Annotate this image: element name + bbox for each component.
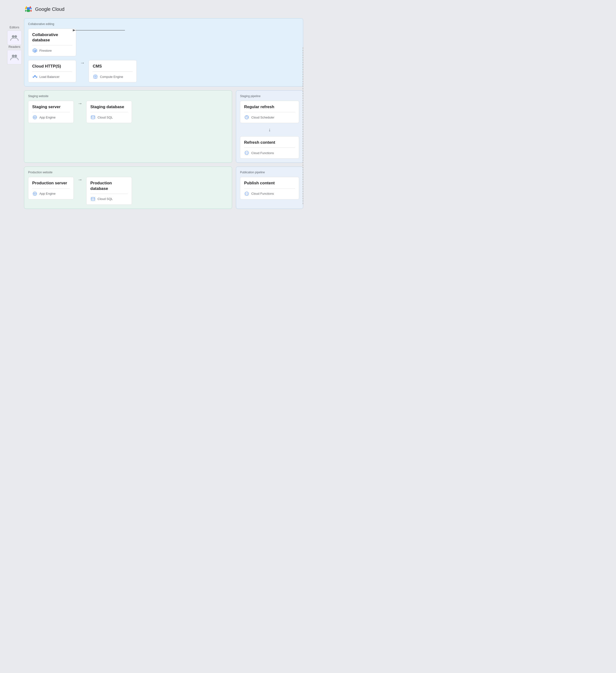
- bottom-row: Production website Production server: [24, 167, 303, 209]
- readers-group: Readers: [7, 45, 22, 64]
- staging-db-card: Staging database Cloud SQL: [86, 101, 132, 123]
- svg-text:{·}: {·}: [246, 192, 248, 195]
- publication-pipeline-label: Publication pipeline: [240, 171, 299, 174]
- compute-engine-icon: [93, 74, 98, 79]
- cloud-sql-staging-icon: [90, 115, 96, 120]
- production-db-service: Cloud SQL: [90, 196, 128, 202]
- editors-people-icon: [10, 33, 19, 42]
- svg-point-0: [12, 35, 14, 38]
- staging-website-label: Staging website: [28, 94, 228, 98]
- content-area: Collaborative editing Collaborative data…: [24, 18, 303, 209]
- production-db-card: Production database Cloud SQL: [86, 177, 132, 205]
- readers-people-icon: [10, 53, 19, 61]
- staging-server-title: Staging server: [32, 104, 70, 112]
- readers-label: Readers: [8, 45, 20, 48]
- app-engine-staging-icon: [32, 115, 37, 120]
- staging-server-card: Staging server App Engi: [28, 101, 74, 123]
- load-balancer-icon: [32, 74, 37, 79]
- mid-row: Staging website Staging server: [24, 90, 303, 163]
- actors-column: Editors Readers: [5, 18, 24, 209]
- staging-db-service: Cloud SQL: [90, 115, 128, 120]
- svg-point-2: [12, 54, 14, 57]
- cloud-scheduler-icon: [244, 115, 249, 120]
- staging-server-to-db-arrow: →: [78, 101, 82, 106]
- svg-point-1: [14, 35, 17, 38]
- publish-content-card: Publish content {·} Cloud Functions: [240, 177, 299, 199]
- google-cloud-logo-icon: [24, 5, 33, 13]
- app-engine-prod-label: App Engine: [39, 192, 55, 195]
- production-db-title: Production database: [90, 181, 128, 194]
- refresh-content-service: {·} Cloud Functions: [244, 150, 295, 156]
- collaborative-db-title: Collaborative database: [32, 32, 72, 45]
- production-cards-row: Production server App Engine: [28, 177, 228, 205]
- cloud-sql-prod-icon: [90, 196, 96, 202]
- cloud-functions-refresh-icon: {·}: [244, 150, 249, 156]
- production-server-title: Production server: [32, 181, 70, 188]
- collaborative-editing-label: Collaborative editing: [28, 22, 299, 26]
- svg-text:{·}: {·}: [246, 152, 248, 154]
- staging-website-section: Staging website Staging server: [24, 90, 232, 163]
- firestore-icon: [32, 48, 37, 53]
- cms-title: CMS: [93, 64, 132, 72]
- cms-card: CMS Compute Engine: [89, 60, 137, 82]
- cloud-functions-publish-icon: {·}: [244, 191, 249, 196]
- production-website-section: Production website Production server: [24, 167, 232, 209]
- publication-pipeline-section: Publication pipeline Publish content {·}…: [236, 167, 303, 209]
- compute-engine-label: Compute Engine: [100, 75, 123, 78]
- svg-point-17: [34, 117, 35, 118]
- production-website-label: Production website: [28, 171, 228, 174]
- staging-db-title: Staging database: [90, 104, 128, 112]
- scheduler-to-refresh-arrow: ↓: [240, 126, 299, 134]
- cloud-scheduler-label: Cloud Scheduler: [251, 116, 274, 119]
- cms-service: Compute Engine: [93, 74, 132, 79]
- svg-rect-4: [33, 76, 34, 78]
- svg-line-7: [34, 77, 34, 77]
- regular-refresh-service: Cloud Scheduler: [244, 115, 295, 120]
- collaborative-editing-section: Collaborative editing Collaborative data…: [24, 18, 303, 86]
- editors-label: Editors: [10, 25, 19, 29]
- editors-group: Editors: [7, 25, 22, 45]
- svg-point-3: [14, 54, 17, 57]
- cloud-https-service: Load Balancer: [32, 74, 72, 79]
- staging-pipeline-section: Staging pipeline Regular refresh: [236, 90, 303, 163]
- editors-icon-box: [7, 30, 22, 45]
- production-server-service: App Engine: [32, 191, 70, 196]
- cloud-sql-staging-label: Cloud SQL: [97, 116, 113, 119]
- dashed-line: [303, 47, 303, 204]
- staging-server-service: App Engine: [32, 115, 70, 120]
- logo-area: Google Cloud: [5, 5, 303, 13]
- readers-icon-box: [7, 50, 22, 64]
- cloud-https-card: Cloud HTTP(S) Load Balancer: [28, 60, 76, 82]
- cloud-functions-publish-label: Cloud Functions: [251, 192, 274, 195]
- svg-rect-10: [94, 76, 96, 78]
- firestore-label: Firestore: [39, 49, 52, 52]
- collab-bottom-row: Cloud HTTP(S) Load Balancer: [28, 60, 299, 82]
- production-server-card: Production server App Engine: [28, 177, 74, 199]
- cloud-https-title: Cloud HTTP(S): [32, 64, 72, 72]
- regular-refresh-title: Regular refresh: [244, 104, 295, 112]
- refresh-content-card: Refresh content {·} Cloud Functions: [240, 136, 299, 159]
- cloud-sql-prod-label: Cloud SQL: [97, 197, 113, 201]
- app-engine-prod-icon: [32, 191, 37, 196]
- regular-refresh-card: Regular refresh Cloud Scheduler: [240, 101, 299, 123]
- collaborative-db-service: Firestore: [32, 48, 72, 53]
- load-balancer-label: Load Balancer: [39, 75, 60, 78]
- staging-cards-row: Staging server App Engi: [28, 101, 228, 123]
- svg-point-20: [91, 116, 95, 117]
- page: Google Cloud Editors Readers: [0, 0, 308, 218]
- app-engine-staging-label: App Engine: [39, 116, 55, 119]
- prod-server-to-db-arrow: →: [78, 177, 82, 182]
- publication-pipeline-cards: Publish content {·} Cloud Functions: [240, 177, 299, 199]
- cloud-functions-refresh-label: Cloud Functions: [251, 151, 274, 155]
- publish-content-service: {·} Cloud Functions: [244, 191, 295, 196]
- publish-content-title: Publish content: [244, 181, 295, 188]
- https-to-cms-arrow: →: [80, 60, 85, 66]
- svg-point-27: [34, 193, 35, 194]
- svg-rect-5: [34, 75, 36, 77]
- svg-rect-6: [36, 76, 37, 78]
- refresh-content-title: Refresh content: [244, 140, 295, 148]
- staging-pipeline-cards: Regular refresh Cloud Scheduler: [240, 101, 299, 159]
- svg-point-30: [91, 197, 95, 199]
- google-cloud-text: Google Cloud: [35, 6, 64, 12]
- staging-pipeline-label: Staging pipeline: [240, 94, 299, 98]
